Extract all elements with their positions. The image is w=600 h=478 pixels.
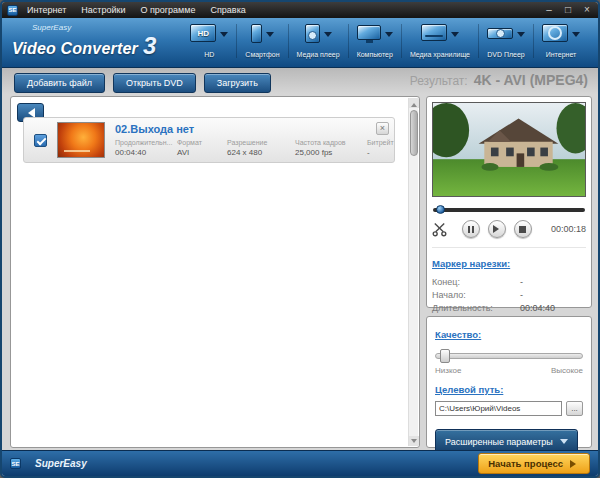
brand-name: Video Converter	[12, 40, 138, 58]
play-arrow-icon	[570, 460, 580, 468]
category-label: Интернет	[546, 51, 577, 58]
category-label: Медиа хранилище	[410, 51, 470, 58]
file-info: 02.Выхода нет Продолжительн... 00:04:40 …	[115, 123, 407, 157]
trim-marker-label[interactable]: Маркер нарезки:	[432, 258, 510, 269]
column-header: Битрейт	[367, 139, 401, 146]
pause-button[interactable]	[462, 220, 480, 238]
column-header: Частота кадров	[295, 139, 361, 146]
category-internet[interactable]: Интернет	[533, 24, 588, 58]
start-process-button[interactable]: Начать процесс	[478, 453, 590, 474]
category-media-player[interactable]: Медиа плеер	[288, 24, 348, 58]
brand-version: 3	[143, 32, 156, 60]
column-value: AVI	[177, 148, 221, 157]
menu-about[interactable]: О программе	[140, 5, 195, 15]
play-button[interactable]	[488, 220, 506, 238]
open-dvd-button[interactable]: Открыть DVD	[113, 73, 196, 93]
scroll-down-icon[interactable]	[409, 436, 419, 446]
category-hd[interactable]: HD HD	[182, 24, 236, 58]
trim-start-row: Начало: -	[432, 289, 586, 302]
trim-section: Маркер нарезки: Конец: - Начало: - Длите…	[432, 247, 586, 315]
playback-controls: 00:00:18	[432, 220, 586, 238]
chevron-down-icon[interactable]	[451, 32, 459, 41]
file-list-panel: 02.Выхода нет Продолжительн... 00:04:40 …	[10, 96, 420, 448]
quality-slider-track[interactable]	[435, 353, 583, 359]
remove-file-button[interactable]: ×	[376, 122, 389, 135]
category-dvd-player[interactable]: DVD Плеер	[478, 24, 533, 58]
scroll-up-icon[interactable]	[409, 98, 419, 108]
action-buttons: Добавить файл Открыть DVD Загрузить	[14, 73, 271, 93]
menu-help[interactable]: Справка	[210, 5, 245, 15]
menu-settings[interactable]: Настройки	[81, 5, 125, 15]
result-value: 4K - AVI (MPEG4)	[474, 72, 588, 88]
chevron-down-icon[interactable]	[220, 32, 228, 41]
quality-slider[interactable]	[435, 349, 583, 363]
download-button[interactable]: Загрузить	[204, 73, 271, 93]
category-label: Смартфон	[245, 51, 279, 58]
chevron-down-icon[interactable]	[324, 32, 332, 41]
footer-bar: SE SuperEasy Начать процесс	[2, 450, 598, 476]
seek-track[interactable]	[433, 208, 585, 212]
category-smartphone[interactable]: Смартфон	[236, 24, 287, 58]
column-header: Разрешение	[227, 139, 289, 146]
brand-supereasy: SuperEasy	[32, 23, 156, 32]
close-icon[interactable]: ×	[581, 5, 593, 15]
file-checkbox[interactable]	[34, 134, 47, 147]
category-label: Компьютер	[357, 51, 393, 58]
footer-logo-icon: SE	[10, 458, 21, 469]
play-icon	[493, 225, 503, 233]
target-path-input[interactable]	[435, 401, 562, 416]
quality-label[interactable]: Качество:	[435, 329, 481, 340]
quality-high-label: Высокое	[551, 366, 583, 375]
chevron-down-icon[interactable]	[266, 32, 274, 41]
media-player-icon	[305, 24, 320, 43]
stop-icon	[519, 226, 526, 233]
brand-header: SuperEasy Video Converter 3 HD HD	[2, 18, 598, 68]
preview-panel: 00:00:18 Маркер нарезки: Конец: - Начало…	[426, 96, 592, 308]
scrollbar[interactable]	[408, 98, 418, 446]
column-framerate: Частота кадров 25,000 fps	[295, 139, 361, 157]
seek-handle[interactable]	[436, 205, 445, 214]
category-label: HD	[204, 51, 214, 58]
column-header: Формат	[177, 139, 221, 146]
footer-brand: SuperEasy	[35, 458, 87, 469]
file-title: 02.Выхода нет	[115, 123, 407, 135]
trim-start-value: -	[520, 289, 523, 302]
advanced-options-label: Расширенные параметры	[445, 437, 553, 447]
chevron-down-icon[interactable]	[385, 32, 393, 41]
back-arrow-icon	[23, 108, 35, 118]
stop-button[interactable]	[514, 220, 532, 238]
app-window: SE Интернет Настройки О программе Справк…	[0, 0, 600, 478]
scissors-icon[interactable]	[432, 222, 447, 237]
column-value: 00:04:40	[115, 148, 171, 157]
app-logo-icon: SE	[7, 5, 18, 16]
chevron-down-icon[interactable]	[517, 32, 525, 41]
trim-end-row: Конец: -	[432, 276, 586, 289]
result-indicator: Результат: 4K - AVI (MPEG4)	[410, 72, 588, 88]
add-file-button[interactable]: Добавить файл	[14, 73, 105, 93]
internet-icon	[542, 24, 568, 42]
chevron-down-icon[interactable]	[572, 32, 580, 41]
file-list-item[interactable]: 02.Выхода нет Продолжительн... 00:04:40 …	[23, 117, 395, 163]
column-format: Формат AVI	[177, 139, 221, 157]
computer-icon	[357, 25, 381, 40]
maximize-icon[interactable]: □	[562, 5, 574, 15]
trim-end-label: Конец:	[432, 276, 520, 289]
scrollbar-thumb[interactable]	[410, 110, 418, 156]
trim-start-label: Начало:	[432, 289, 520, 302]
start-process-label: Начать процесс	[488, 458, 563, 469]
column-value: 624 x 480	[227, 148, 289, 157]
category-computer[interactable]: Компьютер	[348, 24, 401, 58]
category-media-storage[interactable]: Медиа хранилище	[401, 24, 478, 58]
transport-buttons	[462, 220, 532, 238]
video-preview[interactable]	[432, 102, 586, 197]
minimize-icon[interactable]: –	[543, 5, 555, 15]
seek-bar[interactable]	[432, 204, 586, 215]
menu-internet[interactable]: Интернет	[27, 5, 66, 15]
column-header: Продолжительн...	[115, 139, 171, 146]
column-bitrate: Битрейт -	[367, 139, 401, 157]
quality-slider-thumb[interactable]	[440, 349, 450, 363]
target-path-label[interactable]: Целевой путь:	[435, 384, 503, 395]
playback-time: 00:00:18	[551, 224, 586, 234]
column-resolution: Разрешение 624 x 480	[227, 139, 289, 157]
browse-button[interactable]: ...	[566, 401, 583, 416]
